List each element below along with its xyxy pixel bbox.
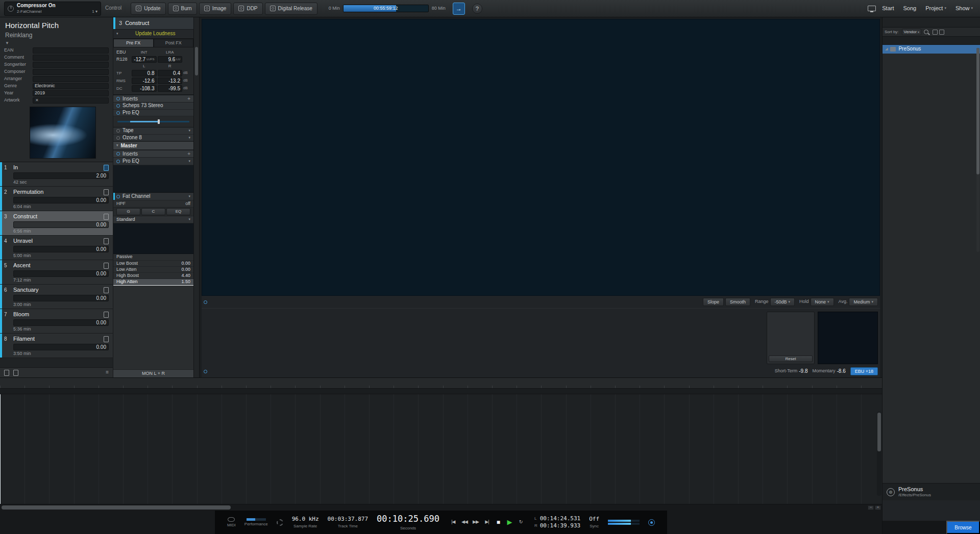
power-icon[interactable] [116,104,120,108]
track-gain-value[interactable]: 0.00 [13,197,109,204]
time-ruler[interactable] [0,378,882,389]
scrollbar-handle[interactable] [2,505,231,510]
master-insert-fatchannel[interactable]: Fat Channel ▾ [113,193,193,200]
performance-indicator[interactable]: Performance [244,518,268,527]
hold-select[interactable]: None▾ [811,298,834,306]
power-icon[interactable] [116,97,120,100]
proeq-curve-thumbnail[interactable] [113,165,193,193]
meter-power-icon[interactable] [204,370,207,373]
range-select[interactable]: -50dB▾ [770,298,795,306]
sample-rate-display[interactable]: 96.0 kHz Sample Rate [292,516,319,529]
track-gain-value[interactable]: 0.00 [13,270,109,277]
timeline-vertical-scrollbar[interactable] [877,412,881,496]
insert-scheps-73-stereo[interactable]: Scheps 73 Stereo [113,103,193,110]
return-to-start-button[interactable]: |◀ [448,518,458,527]
track-file-icon[interactable] [104,189,109,195]
track-gain-value[interactable]: 0.00 [13,295,109,301]
list-view-icon[interactable] [939,30,944,35]
field-input-year[interactable]: 2019 [33,90,109,96]
track-file-icon[interactable] [104,214,109,220]
field-input-songwriter[interactable] [33,62,109,68]
track-gain-value[interactable]: 0.00 [13,221,109,228]
master-insert-proeq[interactable]: Pro EQ ▾ [113,158,193,165]
rewind-button[interactable]: ◀◀ [459,518,470,527]
hpf-row[interactable]: HPF off [113,200,193,208]
master-inserts-header[interactable]: Inserts + [113,150,193,158]
eq-style-select[interactable]: Standard ▾ [113,216,193,223]
track-item-in[interactable]: 1In2.0042 sec [0,162,113,187]
stop-button[interactable]: ■ [493,518,503,527]
toolbar-button-ddp[interactable]: DDP [233,3,262,15]
device-ozone-8[interactable]: Ozone 8▾ [113,135,193,142]
page-nav-show[interactable]: Show▾ [955,5,973,12]
avg-select[interactable]: Medium▾ [849,298,878,306]
master-section-header[interactable]: ▾ Master [113,141,193,150]
track-file-icon[interactable] [104,238,109,244]
power-icon[interactable] [116,136,120,140]
param-low-atten[interactable]: Low Atten0.00 [113,267,193,273]
update-loudness-button[interactable]: ▾ Update Loudness [113,30,193,39]
toolbar-button-image[interactable]: Image [199,3,232,15]
section-button-g[interactable]: G [116,208,140,215]
zoom-in-button[interactable]: + [875,505,881,510]
page-nav-start[interactable]: Start [882,5,894,12]
clear-artwork-icon[interactable]: ✕ [35,98,39,103]
field-input-arranger[interactable] [33,76,109,82]
power-icon[interactable] [116,129,120,133]
spectrum-power-icon[interactable] [204,300,207,304]
add-track-icon[interactable] [4,370,9,376]
scrollbar-handle[interactable] [195,47,198,75]
section-button-c[interactable]: C [141,208,165,215]
param-high-boost[interactable]: High Boost4.40 [113,273,193,279]
section-button-eq[interactable]: EQ [166,208,190,215]
track-gain-value[interactable]: 0.00 [13,319,109,326]
field-input-genre[interactable]: Electronic [33,83,109,89]
insert-pro-eq[interactable]: Pro EQ [113,110,193,117]
track-file-icon[interactable] [104,312,109,318]
toolbar-button-burn[interactable]: Burn [168,3,197,15]
browser-scrollbar[interactable] [976,48,979,252]
track-inserts-header[interactable]: Inserts + [113,95,193,103]
track-file-icon[interactable] [104,287,109,293]
track-file-icon[interactable] [104,263,109,269]
control-link-display[interactable]: Compressor On 2-FatChannel 1 ▾ [4,2,101,16]
expanded-icon[interactable]: ◢ [885,47,888,52]
list-menu-icon[interactable]: ≡ [106,369,109,376]
track-file-icon[interactable] [104,336,109,342]
power-icon[interactable] [116,111,120,115]
field-input-comment[interactable] [33,55,109,61]
ebu18-button[interactable]: EBU +18 [850,367,878,375]
add-insert-icon[interactable]: + [187,96,190,103]
page-nav-song[interactable]: Song [903,5,916,12]
search-icon[interactable] [924,30,928,34]
timeline-horizontal-scrollbar[interactable]: − + [0,504,882,511]
field-input-ean[interactable] [33,47,109,54]
track-item-permutation[interactable]: 2Permutation0.006:04 min [0,187,113,211]
field-input-composer[interactable] [33,69,109,75]
slider-handle[interactable] [158,119,160,124]
track-item-ascent[interactable]: 5Ascent0.007:12 min [0,260,113,285]
track-gain-value[interactable]: 0.00 [13,344,109,350]
track-time-display[interactable]: 00:03:37.877 Track Time [328,516,368,529]
inspector-scrollbar[interactable] [194,17,200,377]
thumbnail-view-icon[interactable] [933,30,938,35]
control-channel[interactable]: 1 ▾ [92,9,97,14]
vendor-select[interactable]: Vendor▾ [902,29,921,35]
page-nav-project[interactable]: Project▾ [925,5,946,12]
go-to-end-button[interactable]: ▶| [482,518,492,527]
sync-display[interactable]: Off Sync [589,516,599,529]
browse-button[interactable]: Browse [946,521,980,534]
toolbar-button-update[interactable]: Update [131,3,165,15]
track-item-filament[interactable]: 8Filament0.003:50 min [0,334,113,358]
power-icon[interactable] [116,195,120,198]
help-button[interactable]: ? [472,4,482,14]
autoscroll-button[interactable]: → [453,3,465,15]
project-length-bar[interactable]: 00:55:59:12 [343,5,429,12]
param-passive[interactable]: Passive [113,254,193,260]
fast-forward-button[interactable]: ▶▶ [471,518,481,527]
reset-button[interactable]: Reset [769,355,813,362]
spectrum-display[interactable] [202,19,880,296]
track-gain-value[interactable]: 0.00 [13,246,109,252]
track-gain-value[interactable]: 2.00 [13,172,109,179]
track-item-construct[interactable]: 3Construct0.006:56 min [0,211,113,236]
